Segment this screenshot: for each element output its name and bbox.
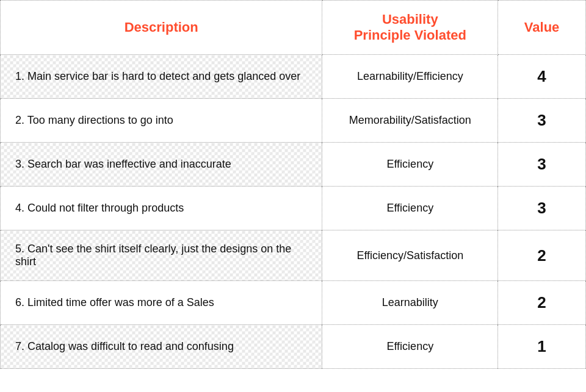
cell-principle: Memorability/Satisfaction <box>322 99 498 143</box>
table-header-row: Description UsabilityPrinciple Violated … <box>1 1 586 55</box>
cell-description: 4. Could not filter through products <box>1 187 322 230</box>
table-row: 1. Main service bar is hard to detect an… <box>1 55 586 99</box>
cell-principle: Efficiency/Satisfaction <box>322 230 498 281</box>
table-row: 4. Could not filter through productsEffi… <box>1 187 586 230</box>
cell-principle: Learnability <box>322 281 498 325</box>
table-row: 3. Search bar was ineffective and inaccu… <box>1 143 586 187</box>
cell-principle: Learnability/Efficiency <box>322 55 498 99</box>
main-table-container: Description UsabilityPrinciple Violated … <box>0 0 586 369</box>
cell-principle: Efficiency <box>322 325 498 369</box>
cell-principle: Efficiency <box>322 143 498 187</box>
header-principle: UsabilityPrinciple Violated <box>322 1 498 55</box>
cell-value: 3 <box>498 187 586 230</box>
table-body: 1. Main service bar is hard to detect an… <box>1 55 586 369</box>
cell-value: 3 <box>498 143 586 187</box>
cell-value: 2 <box>498 230 586 281</box>
header-value: Value <box>498 1 586 55</box>
cell-description: 5. Can't see the shirt itself clearly, j… <box>1 230 322 281</box>
table-row: 5. Can't see the shirt itself clearly, j… <box>1 230 586 281</box>
cell-description: 6. Limited time offer was more of a Sale… <box>1 281 322 325</box>
cell-value: 4 <box>498 55 586 99</box>
table-row: 6. Limited time offer was more of a Sale… <box>1 281 586 325</box>
cell-principle: Efficiency <box>322 187 498 230</box>
usability-table: Description UsabilityPrinciple Violated … <box>0 0 586 369</box>
cell-description: 1. Main service bar is hard to detect an… <box>1 55 322 99</box>
table-row: 2. Too many directions to go intoMemorab… <box>1 99 586 143</box>
cell-description: 3. Search bar was ineffective and inaccu… <box>1 143 322 187</box>
cell-value: 1 <box>498 325 586 369</box>
cell-description: 7. Catalog was difficult to read and con… <box>1 325 322 369</box>
cell-value: 3 <box>498 99 586 143</box>
header-description: Description <box>1 1 322 55</box>
table-row: 7. Catalog was difficult to read and con… <box>1 325 586 369</box>
cell-description: 2. Too many directions to go into <box>1 99 322 143</box>
cell-value: 2 <box>498 281 586 325</box>
